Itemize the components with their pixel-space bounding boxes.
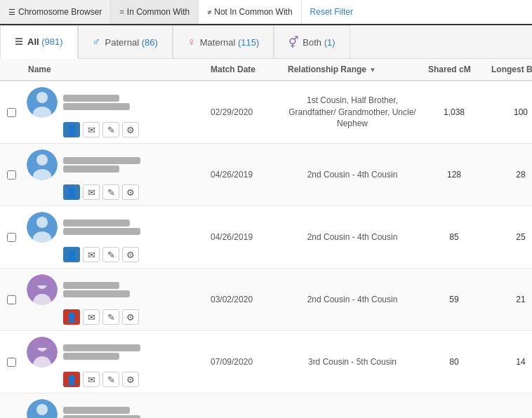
row-checkbox-1[interactable] bbox=[0, 105, 22, 120]
avatar-name-row bbox=[27, 212, 201, 243]
pencil-icon: ✎ bbox=[107, 375, 115, 385]
tree-icon-btn[interactable]: ⚙ bbox=[122, 122, 139, 137]
edit-icon-btn[interactable]: ✎ bbox=[102, 122, 119, 137]
message-icon-btn[interactable]: ✉ bbox=[83, 309, 100, 325]
tree-icon: ⚙ bbox=[126, 375, 135, 385]
tree-icon: ⚙ bbox=[126, 312, 135, 323]
pencil-icon: ✎ bbox=[107, 312, 115, 323]
profile-icon-btn[interactable]: 👤 bbox=[63, 122, 80, 137]
message-icon-btn[interactable]: ✉ bbox=[83, 247, 100, 262]
sort-arrow-icon: ▼ bbox=[369, 66, 376, 74]
profile-icon-btn[interactable]: 👤 bbox=[63, 184, 80, 200]
checkbox-5[interactable] bbox=[7, 358, 16, 367]
shared-cm-2: 128 bbox=[423, 170, 486, 180]
name-text bbox=[63, 157, 140, 173]
tree-icon-btn[interactable]: ⚙ bbox=[122, 309, 139, 325]
list-icon: ☰ bbox=[8, 8, 15, 17]
top-navigation: ☰ Chromosome Browser = In Common With ≠ … bbox=[0, 0, 532, 25]
name-cell-2: 👤 ✉ ✎ ⚙ bbox=[22, 144, 205, 205]
row-checkbox-5[interactable] bbox=[0, 355, 22, 370]
name-redacted-line2 bbox=[63, 228, 140, 235]
profile-icon-btn[interactable]: 👤 bbox=[63, 372, 80, 387]
edit-icon-btn[interactable]: ✎ bbox=[102, 309, 119, 325]
checkbox-2[interactable] bbox=[7, 170, 16, 180]
checkbox-4[interactable] bbox=[7, 295, 16, 304]
th-relationship-range[interactable]: Relationship Range ▼ bbox=[282, 65, 423, 74]
profile-icon-btn[interactable]: 👤 bbox=[63, 247, 80, 262]
name-redacted-line2 bbox=[63, 290, 130, 297]
relationship-5: 3rd Cousin - 5th Cousin bbox=[282, 356, 423, 368]
shared-cm-5: 80 bbox=[423, 357, 486, 367]
avatar-2 bbox=[27, 149, 58, 180]
svg-point-14 bbox=[36, 404, 48, 415]
tab-paternal[interactable]: ♂ Paternal (86) bbox=[78, 25, 173, 58]
edit-icon-btn[interactable]: ✎ bbox=[102, 247, 119, 262]
filter-tabs: ☰ All (981) ♂ Paternal (86) ♀ Maternal (… bbox=[0, 25, 532, 59]
maternal-icon: ♀ bbox=[187, 36, 196, 48]
name-cell-6: 👤 ✉ ✎ ⚙ bbox=[22, 393, 205, 418]
person-icon: 👤 bbox=[66, 250, 77, 260]
match-list: 👤 ✉ ✎ ⚙ 02/29/2020 1st Cousin, Half Brot… bbox=[0, 81, 532, 418]
table-row: 👤 ✉ ✎ ⚙ 03/02/2020 2nd Cousin - 4th Cous… bbox=[0, 269, 532, 331]
th-match-date: Match Date bbox=[205, 65, 282, 74]
name-cell-5: 👤 ✉ ✎ ⚙ bbox=[22, 331, 205, 393]
checkbox-1[interactable] bbox=[7, 108, 16, 117]
name-text bbox=[63, 95, 130, 110]
name-text bbox=[63, 220, 140, 235]
table-header: Name Match Date Relationship Range ▼ Sha… bbox=[0, 59, 532, 81]
checkbox-3[interactable] bbox=[7, 233, 16, 242]
edit-icon-btn[interactable]: ✎ bbox=[102, 184, 119, 200]
message-icon-btn[interactable]: ✉ bbox=[83, 122, 100, 137]
reset-filter-btn[interactable]: Reset Filter bbox=[302, 3, 361, 21]
tree-icon: ⚙ bbox=[126, 125, 135, 135]
name-redacted-line2 bbox=[63, 353, 119, 360]
tab-both[interactable]: ⚥ Both (1) bbox=[274, 25, 350, 58]
tree-icon: ⚙ bbox=[126, 250, 135, 260]
message-icon-btn[interactable]: ✉ bbox=[83, 372, 100, 387]
action-icons: 👤 ✉ ✎ ⚙ bbox=[63, 309, 201, 325]
pencil-icon: ✎ bbox=[107, 250, 115, 260]
name-cell-4: 👤 ✉ ✎ ⚙ bbox=[22, 269, 205, 330]
match-date-3: 04/26/2019 bbox=[205, 232, 282, 242]
longest-block-2: 28 bbox=[486, 170, 532, 180]
envelope-icon: ✉ bbox=[88, 312, 95, 323]
name-redacted-line1 bbox=[63, 407, 130, 414]
tab-maternal[interactable]: ♀ Maternal (115) bbox=[173, 25, 274, 58]
tab-all[interactable]: ☰ All (981) bbox=[0, 25, 78, 59]
name-cell-1: 👤 ✉ ✎ ⚙ bbox=[22, 81, 205, 143]
longest-block-3: 25 bbox=[486, 232, 532, 242]
shared-cm-3: 85 bbox=[423, 232, 486, 242]
tree-icon-btn[interactable]: ⚙ bbox=[122, 247, 139, 262]
not-in-common-with-btn[interactable]: ≠ Not In Common With bbox=[199, 0, 301, 24]
relationship-1: 1st Cousin, Half Brother, Grandfather/ G… bbox=[282, 95, 423, 130]
message-icon-btn[interactable]: ✉ bbox=[83, 184, 100, 200]
avatar-name-row bbox=[27, 87, 201, 118]
svg-point-7 bbox=[36, 217, 48, 228]
row-checkbox-2[interactable] bbox=[0, 168, 22, 182]
row-checkbox-3[interactable] bbox=[0, 230, 22, 245]
row-checkbox-4[interactable] bbox=[0, 292, 22, 307]
not-equals-icon: ≠ bbox=[207, 8, 211, 16]
shared-cm-4: 59 bbox=[423, 295, 486, 304]
action-icons: 👤 ✉ ✎ ⚙ bbox=[63, 122, 201, 137]
relationship-3: 2nd Cousin - 4th Cousin bbox=[282, 231, 423, 243]
envelope-icon: ✉ bbox=[88, 250, 95, 260]
both-icon: ⚥ bbox=[288, 36, 298, 49]
tree-icon-btn[interactable]: ⚙ bbox=[122, 184, 139, 200]
chromosome-browser-btn[interactable]: ☰ Chromosome Browser bbox=[0, 0, 111, 24]
edit-icon-btn[interactable]: ✎ bbox=[102, 372, 119, 387]
match-date-1: 02/29/2020 bbox=[205, 107, 282, 117]
name-redacted-line1 bbox=[63, 95, 119, 102]
in-common-with-btn[interactable]: = In Common With bbox=[111, 0, 199, 24]
table-row: 👤 ✉ ✎ ⚙ 07/09/2020 3rd Cousin - 5th Cous… bbox=[0, 331, 532, 393]
tree-icon-btn[interactable]: ⚙ bbox=[122, 372, 139, 387]
avatar-5 bbox=[27, 337, 58, 368]
person-icon: 👤 bbox=[66, 187, 77, 198]
table-row: 👤 ✉ ✎ ⚙ 04/26/2019 3rd Cousin - 5th Cous… bbox=[0, 393, 532, 418]
action-icons: 👤 ✉ ✎ ⚙ bbox=[63, 247, 201, 262]
th-checkbox bbox=[0, 65, 22, 74]
match-date-4: 03/02/2020 bbox=[205, 295, 282, 304]
avatar-6 bbox=[27, 399, 58, 418]
profile-icon-btn[interactable]: 👤 bbox=[63, 309, 80, 325]
avatar-4 bbox=[27, 274, 58, 305]
